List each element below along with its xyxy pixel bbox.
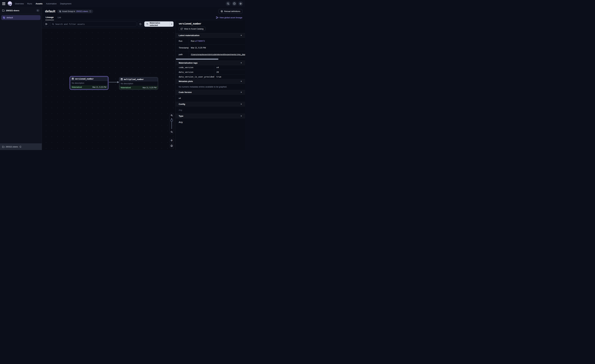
tab-lineage[interactable]: Lineage bbox=[45, 15, 54, 20]
lineage-canvas[interactable]: versioned_number No description Material… bbox=[42, 28, 175, 150]
download-graph-icon[interactable] bbox=[169, 143, 174, 148]
section-materialization-tags[interactable]: Materialization tags ▼ bbox=[176, 61, 245, 65]
chevron-down-icon: ▼ bbox=[241, 35, 242, 36]
asset-group-icon bbox=[3, 16, 5, 19]
zoom-control bbox=[169, 113, 174, 134]
tabs: Lineage List View global asset lineage bbox=[45, 15, 242, 20]
nav-item-runs[interactable]: Runs bbox=[27, 2, 32, 5]
latest-materialization-table: Run Run ef7800f2 Timestamp Mar 21, 5:25 … bbox=[176, 38, 245, 58]
lineage-graph-icon bbox=[216, 16, 218, 19]
view-global-asset-lineage-link[interactable]: View global asset lineage bbox=[216, 16, 242, 19]
reload-definitions-label: Reload definitions bbox=[224, 10, 240, 13]
node-timestamp: Mar 21, 5:25 PM bbox=[142, 87, 156, 89]
graph-toolbar: Materialize selected ▼ bbox=[42, 20, 175, 28]
zoom-slider[interactable] bbox=[169, 118, 174, 130]
graph-settings-gear-icon[interactable]: ⚙ bbox=[169, 138, 174, 143]
badge-prefix: Asset Group in bbox=[62, 10, 75, 13]
refresh-icon[interactable] bbox=[19, 146, 21, 148]
asset-group-icon bbox=[59, 10, 61, 12]
run-id-link[interactable]: ef7800f2 bbox=[195, 40, 205, 42]
chevron-down-icon: ▼ bbox=[241, 115, 242, 117]
nav-item-assets[interactable]: Assets bbox=[36, 2, 42, 5]
badge-repo-link[interactable]: 250321-dvers bbox=[76, 10, 88, 13]
sidebar: 250321-dvers 1 default 250321-dvers bbox=[0, 7, 42, 150]
node-status-badge: Materialized bbox=[121, 87, 131, 89]
view-in-asset-catalog-button[interactable]: View in Asset Catalog bbox=[179, 27, 205, 31]
page-title: default bbox=[45, 9, 55, 13]
search-icon[interactable] bbox=[226, 1, 230, 6]
path-link[interactable]: /Users/smackesey/stm/code/elementl/exper… bbox=[191, 53, 245, 56]
code-version-value: v4 bbox=[176, 95, 245, 102]
nav-item-automation[interactable]: Automation bbox=[46, 2, 57, 5]
chevron-down-icon: ▼ bbox=[241, 91, 242, 93]
refresh-graph-icon[interactable] bbox=[138, 21, 143, 27]
chevron-down-icon: ▼ bbox=[241, 62, 242, 64]
metadata-plots-empty-message: No numeric metadata entries available to… bbox=[176, 84, 245, 90]
external-link-icon bbox=[181, 28, 183, 30]
svg-text:?: ? bbox=[234, 3, 235, 4]
search-input[interactable] bbox=[55, 23, 135, 25]
materialize-dropdown-caret[interactable]: ▼ bbox=[170, 21, 174, 27]
zoom-out-icon[interactable] bbox=[169, 130, 174, 134]
asset-node-versioned-number[interactable]: versioned_number No description Material… bbox=[70, 76, 108, 90]
materialize-label: Materialize selected bbox=[150, 22, 168, 26]
section-code-version[interactable]: Code Version ▼ bbox=[176, 90, 245, 95]
page-header: default Asset Group in 250321-dvers Relo… bbox=[42, 7, 245, 20]
table-row: code_version v4 bbox=[176, 65, 245, 70]
expand-panel-icon[interactable] bbox=[44, 21, 49, 27]
lineage-edge-arrow bbox=[108, 81, 120, 84]
top-nav: Overview Runs Assets Automation Deployme… bbox=[0, 0, 245, 7]
refresh-icon[interactable] bbox=[89, 10, 91, 12]
zoom-slider-knob[interactable] bbox=[170, 119, 173, 122]
settings-gear-icon[interactable]: ⚙ bbox=[238, 1, 243, 6]
cube-reload-icon bbox=[220, 10, 223, 13]
nav-item-overview[interactable]: Overview bbox=[15, 2, 24, 5]
chevron-down-icon: ▼ bbox=[241, 80, 242, 82]
topnav-actions: ? ⚙ bbox=[226, 1, 243, 6]
type-value: Any bbox=[176, 118, 245, 126]
materialize-selected-button[interactable]: Materialize selected ▼ bbox=[144, 21, 174, 27]
node-description: No description bbox=[119, 81, 158, 86]
materialization-tags-table: code_version v4 data_version 20 data_ver… bbox=[176, 65, 245, 79]
sparkles-icon bbox=[146, 23, 149, 25]
sidebar-item-default-group[interactable]: default bbox=[1, 15, 41, 20]
folder-icon bbox=[2, 9, 5, 12]
hamburger-menu-icon[interactable] bbox=[2, 2, 5, 5]
repo-name: 250321-dvers bbox=[6, 9, 35, 12]
section-config[interactable]: Config ▼ bbox=[176, 102, 245, 106]
panel-asset-title: versioned_number bbox=[179, 22, 242, 25]
repo-count-badge: 1 bbox=[36, 9, 40, 12]
chevron-down-icon: ▼ bbox=[241, 103, 242, 105]
section-latest-materialization[interactable]: Latest materialization ▼ bbox=[176, 33, 245, 38]
asset-table-icon bbox=[72, 78, 74, 80]
asset-search-box bbox=[50, 21, 136, 27]
section-type[interactable]: Type ▼ bbox=[176, 114, 245, 118]
sidebar-repo-row[interactable]: 250321-dvers 1 bbox=[0, 7, 42, 14]
help-icon[interactable]: ? bbox=[232, 1, 237, 6]
asset-detail-panel: versioned_number View in Asset Catalog L… bbox=[176, 20, 245, 150]
footer-repo-name: 250321-dvers bbox=[6, 146, 18, 148]
sidebar-footer: 250321-dvers bbox=[0, 143, 42, 150]
node-timestamp: Mar 21, 5:25 PM bbox=[92, 86, 106, 88]
config-value: Any bbox=[176, 106, 245, 114]
reload-definitions-button[interactable]: Reload definitions bbox=[219, 9, 242, 14]
table-row: path /Users/smackesey/stm/code/elementl/… bbox=[176, 51, 245, 58]
app-root: Overview Runs Assets Automation Deployme… bbox=[0, 0, 245, 150]
section-metadata-plots[interactable]: Metadata plots ▼ bbox=[176, 79, 245, 84]
group-label: default bbox=[7, 16, 13, 19]
nav-item-deployment[interactable]: Deployment bbox=[60, 2, 71, 5]
folder-icon bbox=[2, 146, 4, 148]
primary-nav: Overview Runs Assets Automation Deployme… bbox=[15, 2, 71, 5]
table-row: Run Run ef7800f2 bbox=[176, 38, 245, 44]
asset-table-icon bbox=[121, 78, 123, 80]
node-description: No description bbox=[70, 81, 108, 85]
zoom-in-icon[interactable] bbox=[169, 113, 174, 118]
tab-list[interactable]: List bbox=[57, 15, 61, 20]
dagster-logo-icon[interactable] bbox=[7, 1, 13, 6]
horizontal-scrollbar[interactable] bbox=[176, 59, 218, 60]
table-row: Timestamp Mar 21, 5:25 PM bbox=[176, 44, 245, 51]
timestamp-value: Mar 21, 5:25 PM bbox=[189, 44, 245, 51]
asset-node-multiplied-number[interactable]: multiplied_number No description Materia… bbox=[119, 77, 158, 90]
lineage-graph-section: Materialize selected ▼ bbox=[42, 20, 176, 150]
search-icon bbox=[52, 23, 54, 25]
